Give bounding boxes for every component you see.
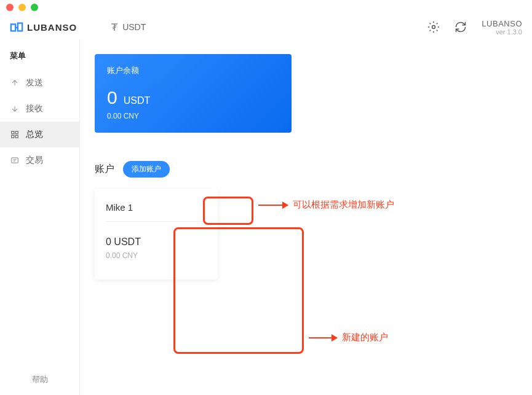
account-sub-balance: 0.00 CNY xyxy=(106,251,207,260)
sidebar-item-send[interactable]: 发送 xyxy=(0,70,79,96)
main-content: 账户余额 0 USDT 0.00 CNY 账户 添加账户 Mike 1 0 US… xyxy=(80,39,532,395)
arrow-icon xyxy=(309,337,337,338)
account-balance: 0 USDT xyxy=(106,237,207,248)
annotation-new-account: 新建的账户 xyxy=(309,332,388,343)
svg-rect-7 xyxy=(12,158,18,163)
app-logo: LUBANSO xyxy=(10,22,77,33)
annotation-text: 新建的账户 xyxy=(342,332,388,343)
svg-rect-6 xyxy=(15,135,18,138)
currency-label: USDT xyxy=(122,22,146,32)
gear-icon xyxy=(427,21,440,33)
balance-amount: 0 xyxy=(107,87,117,108)
svg-rect-0 xyxy=(11,24,15,31)
window-titlebar xyxy=(0,0,532,15)
sidebar-item-label: 总览 xyxy=(26,129,43,140)
sidebar-item-transactions[interactable]: 交易 xyxy=(0,147,79,173)
transactions-icon xyxy=(10,155,20,165)
brand-name: LUBANSO xyxy=(482,19,522,28)
settings-button[interactable] xyxy=(427,21,440,33)
overview-icon xyxy=(10,130,20,139)
sidebar-item-receive[interactable]: 接收 xyxy=(0,96,79,122)
svg-rect-3 xyxy=(12,131,14,134)
svg-rect-1 xyxy=(18,23,22,31)
balance-unit: USDT xyxy=(124,95,151,106)
refresh-icon xyxy=(455,21,467,33)
account-card[interactable]: Mike 1 0 USDT 0.00 CNY xyxy=(95,189,218,280)
window-minimize-button[interactable] xyxy=(18,4,26,11)
sidebar: 菜单 发送 接收 总览 交易 帮助 xyxy=(0,39,80,395)
menu-title: 菜单 xyxy=(0,48,79,70)
refresh-button[interactable] xyxy=(455,21,467,33)
receive-icon xyxy=(10,104,20,114)
add-account-button[interactable]: 添加账户 xyxy=(123,161,170,178)
logo-icon xyxy=(10,22,23,33)
app-header: LUBANSO ₮ USDT LUBANSO ver 1.3.0 xyxy=(0,15,532,39)
tether-icon: ₮ xyxy=(111,22,117,33)
sidebar-item-label: 接收 xyxy=(26,103,43,114)
annotation-add-account: 可以根据需求增加新账户 xyxy=(258,199,394,211)
svg-rect-5 xyxy=(12,135,14,138)
sidebar-item-overview[interactable]: 总览 xyxy=(0,122,79,147)
send-icon xyxy=(10,78,20,88)
balance-card: 账户余额 0 USDT 0.00 CNY xyxy=(95,54,292,133)
sidebar-item-label: 发送 xyxy=(26,77,43,88)
brand-version: ver 1.3.0 xyxy=(482,28,522,36)
window-close-button[interactable] xyxy=(6,4,14,11)
svg-point-2 xyxy=(432,26,435,29)
currency-selector[interactable]: ₮ USDT xyxy=(111,22,146,33)
brand-version-block: LUBANSO ver 1.3.0 xyxy=(482,19,522,36)
arrow-icon xyxy=(258,205,288,206)
help-link[interactable]: 帮助 xyxy=(0,364,79,395)
annotation-text: 可以根据需求增加新账户 xyxy=(293,199,394,211)
balance-sub: 0.00 CNY xyxy=(107,112,279,120)
window-maximize-button[interactable] xyxy=(31,4,38,11)
balance-label: 账户余额 xyxy=(107,65,279,76)
account-name: Mike 1 xyxy=(106,202,207,222)
sidebar-item-label: 交易 xyxy=(26,155,43,166)
accounts-section: 账户 添加账户 Mike 1 0 USDT 0.00 CNY xyxy=(95,161,517,280)
logo-text: LUBANSO xyxy=(27,22,77,33)
accounts-title: 账户 xyxy=(95,163,114,176)
svg-rect-4 xyxy=(15,131,18,134)
